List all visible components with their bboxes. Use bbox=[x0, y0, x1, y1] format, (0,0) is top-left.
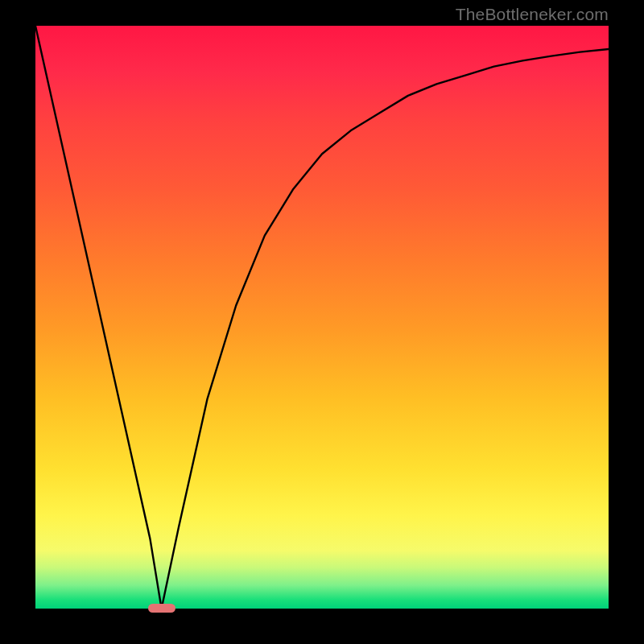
minimum-marker bbox=[148, 604, 175, 613]
plot-area bbox=[35, 26, 609, 609]
curve-layer bbox=[35, 26, 609, 609]
watermark-text: TheBottleneker.com bbox=[456, 5, 609, 24]
bottleneck-curve bbox=[35, 26, 609, 609]
chart-frame: TheBottleneker.com bbox=[0, 0, 644, 644]
